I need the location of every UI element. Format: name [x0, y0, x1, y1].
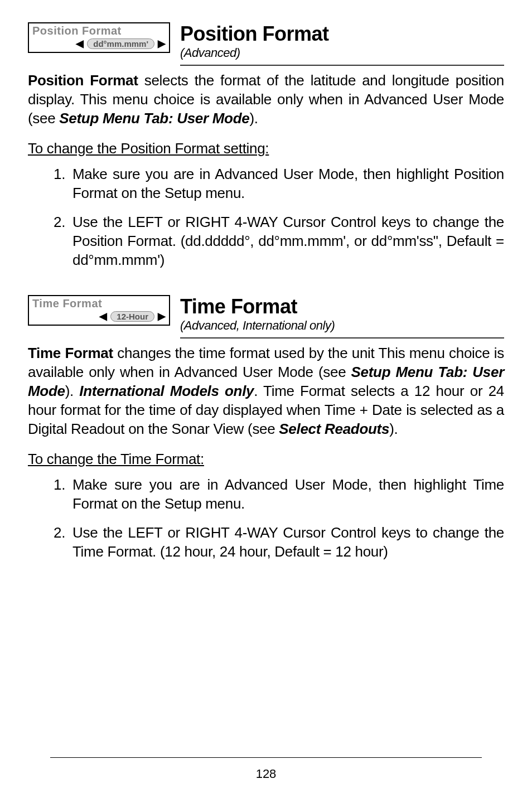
list-item: 1.Make sure you are in Advanced User Mod…	[54, 476, 504, 514]
heading-stack: Position Format (Advanced)	[180, 22, 504, 61]
step-text: Use the LEFT or RIGHT 4-WAY Cursor Contr…	[72, 214, 504, 268]
section-header-time-format: Time Format ◀ 12-Hour ▶ Time Format (Adv…	[28, 295, 504, 334]
ui-box-value-row: ◀ 12-Hour ▶	[29, 310, 169, 325]
footer-divider	[50, 757, 482, 758]
ui-value: dd°mm.mmm'	[87, 38, 154, 49]
step-text: Make sure you are in Advanced User Mode,…	[72, 166, 504, 201]
page-number: 128	[0, 767, 532, 781]
heading-stack: Time Format (Advanced, International onl…	[180, 295, 504, 334]
list-item: 2.Use the LEFT or RIGHT 4-WAY Cursor Con…	[54, 524, 504, 562]
ui-box-time-format: Time Format ◀ 12-Hour ▶	[28, 295, 170, 326]
subheading-time-format: (Advanced, International only)	[180, 318, 504, 334]
intro-italic: Setup Menu Tab: User Mode	[59, 110, 249, 127]
intro-italic-3: Select Readouts	[279, 420, 389, 437]
divider	[180, 65, 504, 66]
subheading-position-format: (Advanced)	[180, 46, 504, 61]
step-number: 1.	[54, 476, 65, 495]
ui-value: 12-Hour	[110, 311, 154, 322]
intro-paragraph-position-format: Position Format selects the format of th…	[28, 71, 504, 128]
steps-position-format: 1.Make sure you are in Advanced User Mod…	[28, 165, 504, 269]
step-number: 2.	[54, 213, 65, 232]
intro-italic-2: International Models only	[79, 383, 254, 399]
step-number: 1.	[54, 165, 65, 184]
step-number: 2.	[54, 524, 65, 543]
intro-text-2: ).	[65, 383, 80, 399]
arrow-right-icon: ▶	[158, 37, 166, 50]
arrow-left-icon: ◀	[76, 37, 84, 50]
divider	[180, 337, 504, 338]
ui-box-title: Time Format	[29, 296, 169, 310]
intro-bold: Position Format	[28, 72, 138, 89]
arrow-left-icon: ◀	[99, 310, 107, 322]
heading-time-format: Time Format	[180, 295, 504, 318]
step-text: Use the LEFT or RIGHT 4-WAY Cursor Contr…	[72, 524, 504, 560]
howto-title-time-format: To change the Time Format:	[28, 451, 504, 468]
footer: 128	[0, 757, 532, 781]
howto-title-position-format: To change the Position Format setting:	[28, 140, 504, 157]
heading-position-format: Position Format	[180, 22, 504, 46]
intro-bold: Time Format	[28, 345, 113, 361]
ui-box-value-row: ◀ dd°mm.mmm' ▶	[29, 37, 169, 52]
intro-paragraph-time-format: Time Format changes the time format used…	[28, 344, 504, 438]
ui-box-title: Position Format	[29, 23, 169, 37]
intro-end: ).	[389, 420, 398, 437]
ui-box-position-format: Position Format ◀ dd°mm.mmm' ▶	[28, 22, 170, 53]
arrow-right-icon: ▶	[158, 310, 166, 322]
intro-end: ).	[249, 110, 258, 127]
steps-time-format: 1.Make sure you are in Advanced User Mod…	[28, 476, 504, 561]
list-item: 1.Make sure you are in Advanced User Mod…	[54, 165, 504, 203]
section-header-position-format: Position Format ◀ dd°mm.mmm' ▶ Position …	[28, 22, 504, 61]
list-item: 2.Use the LEFT or RIGHT 4-WAY Cursor Con…	[54, 213, 504, 269]
step-text: Make sure you are in Advanced User Mode,…	[72, 476, 504, 512]
